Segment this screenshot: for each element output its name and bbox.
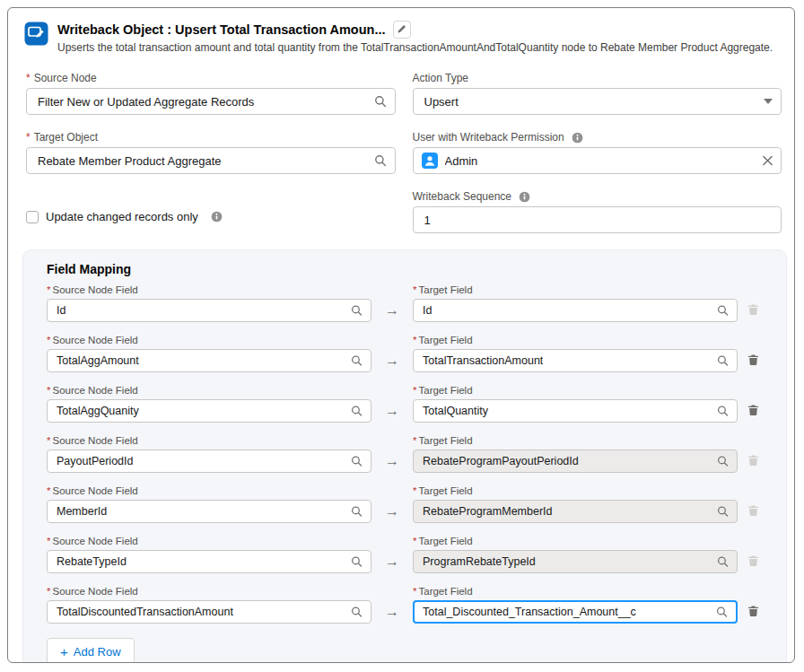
edit-title-button[interactable] — [393, 21, 411, 39]
update-changed-checkbox[interactable] — [26, 211, 39, 223]
delete-row-button[interactable] — [739, 349, 766, 372]
required-asterisk: * — [26, 131, 31, 144]
field-mapping-row: * Source Node Field Id → * Target Field … — [47, 284, 768, 322]
search-icon — [717, 406, 729, 417]
source-field: * Source Node Field TotalAggQuanity — [47, 385, 371, 423]
target-field-value: ProgramRebateTypeId — [423, 555, 536, 568]
info-icon[interactable] — [572, 132, 583, 144]
source-field-input[interactable]: PayoutPeriodId — [47, 449, 371, 473]
source-node-input[interactable]: Filter New or Updated Aggregate Records — [26, 88, 396, 115]
target-object-value: Rebate Member Product Aggregate — [38, 154, 222, 168]
required-asterisk: * — [26, 72, 31, 84]
delete-row-button[interactable] — [739, 600, 766, 624]
target-object-field: * Target Object Rebate Member Product Ag… — [26, 131, 396, 174]
search-icon — [717, 456, 729, 467]
field-mapping-row: * Source Node Field TotalAggQuanity → * … — [47, 385, 768, 423]
delete-row-button — [739, 449, 766, 473]
target-field-label: * Target Field — [413, 536, 738, 547]
source-node-field: * Source Node Filter New or Updated Aggr… — [26, 72, 396, 115]
pencil-icon — [397, 23, 406, 37]
arrow-right-icon: → — [371, 449, 413, 473]
field-mapping-title: Field Mapping — [47, 262, 768, 276]
required-asterisk: * — [47, 536, 50, 547]
delete-row-button[interactable] — [739, 399, 766, 423]
source-node-field-label: * Source Node Field — [47, 536, 371, 547]
source-field-input[interactable]: TotalDiscountedTransactionAmount — [47, 600, 371, 624]
required-asterisk: * — [413, 586, 416, 598]
source-node-field-label: * Source Node Field — [47, 485, 371, 497]
source-field: * Source Node Field Id — [47, 284, 371, 322]
target-object-label: * Target Object — [26, 131, 396, 144]
target-field-input[interactable]: TotalQuantity — [413, 399, 738, 423]
trash-icon — [747, 353, 759, 369]
delete-row-button — [739, 299, 766, 322]
source-field-input[interactable]: TotalAggQuanity — [47, 399, 371, 423]
target-field-label: * Target Field — [413, 586, 738, 598]
target-field-value: TotalTransactionAmount — [423, 354, 543, 367]
arrow-right-icon: → — [371, 349, 413, 372]
search-icon — [351, 355, 363, 367]
target-field: * Target Field RebateProgramMemberId — [413, 485, 738, 523]
panel-header: Writeback Object : Upsert Total Transact… — [8, 8, 794, 54]
trash-icon — [747, 504, 759, 519]
target-field-input[interactable]: TotalTransactionAmount — [413, 349, 738, 372]
writeback-sequence-input[interactable] — [413, 206, 782, 233]
target-field-label: * Target Field — [413, 435, 738, 447]
target-field: * Target Field Id — [413, 284, 738, 322]
target-field-label: * Target Field — [413, 385, 738, 397]
search-icon — [351, 556, 363, 568]
writeback-user-pill[interactable]: Admin — [413, 147, 782, 174]
delete-row-button — [739, 550, 766, 573]
search-icon — [374, 95, 387, 108]
search-icon — [717, 556, 729, 568]
search-icon — [351, 305, 363, 317]
trash-icon — [747, 404, 759, 419]
arrow-right-icon: → — [371, 500, 413, 523]
source-field-value: Id — [57, 304, 66, 317]
target-field-input: RebateProgramPayoutPeriodId — [413, 449, 738, 473]
action-type-label: Action Type — [413, 72, 782, 84]
target-field-input[interactable]: Total_Discounted_Transaction_Amount__c — [413, 600, 738, 624]
required-asterisk: * — [47, 385, 50, 397]
required-asterisk: * — [413, 536, 416, 547]
source-field-value: TotalDiscountedTransactionAmount — [57, 606, 233, 618]
required-asterisk: * — [413, 485, 416, 497]
arrow-right-icon: → — [371, 600, 413, 624]
field-mapping-row: * Source Node Field PayoutPeriodId → * T… — [47, 435, 768, 473]
target-field-value: Total_Discounted_Transaction_Amount__c — [423, 606, 636, 618]
target-field: * Target Field TotalQuantity — [413, 385, 738, 423]
info-icon[interactable] — [519, 191, 530, 203]
search-icon — [717, 506, 729, 518]
search-icon — [351, 607, 363, 618]
source-field-value: TotalAggQuanity — [57, 405, 139, 417]
search-icon — [717, 355, 729, 367]
trash-icon — [747, 605, 759, 620]
target-field-input: ProgramRebateTypeId — [413, 550, 738, 573]
info-icon[interactable] — [211, 211, 223, 223]
required-asterisk: * — [413, 435, 416, 447]
search-icon — [374, 154, 387, 167]
source-field: * Source Node Field RebateTypeId — [47, 536, 371, 573]
target-field-input[interactable]: Id — [413, 299, 738, 322]
arrow-right-icon: → — [371, 399, 413, 423]
trash-icon — [747, 454, 759, 469]
delete-row-button — [739, 500, 766, 523]
target-object-input[interactable]: Rebate Member Product Aggregate — [26, 147, 396, 174]
source-field-input[interactable]: RebateTypeId — [47, 550, 371, 573]
panel-title: Writeback Object : Upsert Total Transact… — [57, 22, 386, 37]
add-row-button[interactable]: + Add Row — [47, 638, 135, 663]
source-field-value: MemberId — [57, 505, 107, 518]
field-mapping-row: * Source Node Field TotalDiscountedTrans… — [47, 586, 768, 624]
writeback-object-panel: Writeback Object : Upsert Total Transact… — [7, 7, 795, 663]
action-type-select[interactable]: Upsert — [413, 88, 782, 115]
writeback-user-field: User with Writeback Permission Admin — [413, 131, 782, 174]
target-field-label: * Target Field — [413, 335, 738, 346]
source-field-input[interactable]: TotalAggAmount — [47, 349, 371, 372]
source-field-value: TotalAggAmount — [57, 354, 139, 367]
close-icon[interactable] — [763, 156, 773, 166]
required-asterisk: * — [47, 284, 50, 296]
source-field-input[interactable]: MemberId — [47, 500, 371, 523]
source-field-input[interactable]: Id — [47, 299, 371, 322]
search-icon — [351, 506, 363, 518]
action-type-field: Action Type Upsert — [413, 72, 782, 115]
